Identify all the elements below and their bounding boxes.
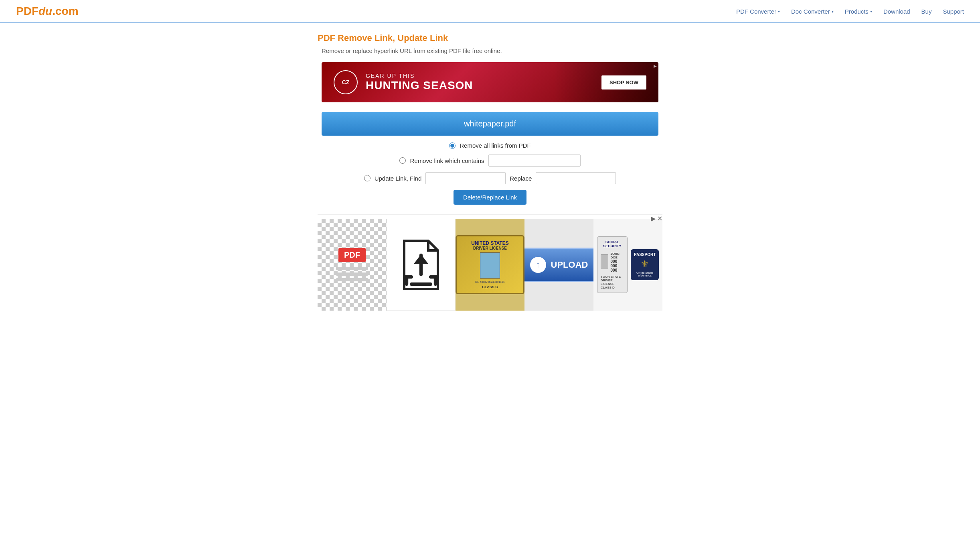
ad-text: GEAR UP THIS HUNTING SEASON (366, 73, 473, 92)
pdf-line (336, 278, 368, 281)
ss-number: 000 000 000 (611, 259, 624, 273)
id-docs-bg: SOCIAL SECURITY JOHN DOE 000 000 000 YOU… (593, 219, 662, 311)
option-remove-all: Remove all links from PDF (449, 142, 531, 149)
license-title: UNITED STATES (461, 240, 519, 246)
update-link-replace-input[interactable] (536, 172, 616, 184)
ss-id-type: YOUR STATEDRIVER LICENSE CLASS D (601, 275, 624, 289)
license-subtitle: DRIVER LICENSE (461, 246, 519, 250)
ad-banner: CZ GEAR UP THIS HUNTING SEASON SHOP NOW … (322, 62, 658, 102)
page-description: Remove or replace hyperlink URL from exi… (318, 47, 662, 54)
upload-blue-button: ↑ UPLOAD (524, 248, 593, 282)
ss-name: JOHN DOE (611, 252, 624, 259)
license-card: UNITED STATES DRIVER LICENSE DL 63837367… (456, 235, 524, 294)
radio-remove-all-label: Remove all links from PDF (460, 142, 531, 149)
upload-thumb (387, 219, 456, 311)
upload-icon-svg (397, 235, 445, 295)
site-logo[interactable]: PDFdu.com (16, 5, 79, 18)
passport-eagle-icon: ⚜ (634, 258, 656, 270)
logo-italic: du (38, 5, 52, 17)
remove-contains-input[interactable] (488, 155, 581, 167)
page-title: PDF Remove Link, Update Link (318, 33, 662, 43)
ad-indicator: ▶ (654, 64, 657, 68)
license-details: CLASS C (461, 285, 519, 289)
pdf-line (336, 273, 368, 276)
nav-products[interactable]: Products ▾ (845, 8, 872, 15)
ad-close-button[interactable]: ▶ ✕ (651, 215, 662, 222)
replace-label: Replace (510, 175, 532, 182)
id-docs-thumb: SOCIAL SECURITY JOHN DOE 000 000 000 YOU… (593, 219, 662, 311)
pdf-badge: PDF (338, 248, 366, 262)
nav-download[interactable]: Download (883, 8, 910, 15)
logo-suffix: .com (52, 5, 78, 17)
update-link-find-input[interactable] (425, 172, 506, 184)
nav-dropdown-arrow: ▾ (832, 9, 834, 14)
delete-replace-link-button[interactable]: Delete/Replace Link (454, 190, 526, 205)
passport-country: United Statesof America (634, 271, 656, 277)
license-bg: UNITED STATES DRIVER LICENSE DL 63837367… (456, 219, 524, 311)
radio-update-link[interactable] (364, 175, 371, 181)
radio-remove-all[interactable] (449, 142, 456, 149)
license-photo (480, 252, 500, 279)
license-thumb: UNITED STATES DRIVER LICENSE DL 63837367… (456, 219, 524, 311)
pdf-lines (336, 267, 368, 281)
nav-pdf-converter[interactable]: PDF Converter ▾ (736, 8, 780, 15)
ss-title: SOCIAL SECURITY (601, 240, 624, 248)
radio-remove-contains[interactable] (399, 157, 406, 164)
ss-info: JOHN DOE 000 000 000 (611, 250, 624, 273)
passport-title: PASSPORT (634, 252, 656, 257)
upload-btn-label: UPLOAD (551, 260, 588, 270)
nav-support[interactable]: Support (943, 8, 964, 15)
upload-btn-bg: ↑ UPLOAD (524, 219, 593, 311)
upload-btn-thumb: ↑ UPLOAD (524, 219, 593, 311)
ss-content: JOHN DOE 000 000 000 (601, 250, 624, 273)
pdf-thumb: PDF (318, 219, 387, 311)
options-area: Remove all links from PDF Remove link wh… (318, 142, 662, 205)
pdf-line (336, 267, 368, 270)
ad-tagline1: GEAR UP THIS (366, 73, 473, 79)
nav-doc-converter[interactable]: Doc Converter ▾ (791, 8, 834, 15)
nav-dropdown-arrow: ▾ (870, 9, 872, 14)
file-upload-button[interactable]: whitepaper.pdf (322, 112, 658, 136)
upload-arrow-icon: ↑ (530, 257, 546, 273)
bottom-ad-area: ▶ ✕ PDF (318, 214, 662, 311)
site-header: PDFdu.com PDF Converter ▾ Doc Converter … (0, 0, 980, 23)
ad-shop-now-button[interactable]: SHOP NOW (601, 75, 646, 89)
ad-left-content: CZ GEAR UP THIS HUNTING SEASON (334, 70, 473, 94)
option-update-link: Update Link, Find Replace (364, 172, 616, 184)
pdf-icon: PDF (336, 248, 368, 281)
license-number: DL 6383736743891101 (461, 281, 519, 283)
radio-update-link-label: Update Link, Find (375, 175, 422, 182)
passport-card: PASSPORT ⚜ United Statesof America (631, 249, 659, 280)
main-content: PDF Remove Link, Update Link Remove or r… (310, 23, 670, 320)
license-class: CLASS C (482, 285, 498, 289)
logo-text: PDF (16, 5, 38, 17)
main-nav: PDF Converter ▾ Doc Converter ▾ Products… (736, 8, 964, 15)
upload-icon-container (387, 219, 456, 311)
ad-tagline2: HUNTING SEASON (366, 79, 473, 92)
social-security-card: SOCIAL SECURITY JOHN DOE 000 000 000 YOU… (597, 236, 628, 293)
cz-logo: CZ (334, 70, 358, 94)
option-remove-contains: Remove link which contains (399, 155, 580, 167)
nav-dropdown-arrow: ▾ (778, 9, 780, 14)
radio-remove-contains-label: Remove link which contains (410, 157, 484, 164)
ss-photo (601, 254, 608, 268)
nav-buy[interactable]: Buy (921, 8, 932, 15)
pdf-thumb-bg: PDF (318, 219, 387, 311)
